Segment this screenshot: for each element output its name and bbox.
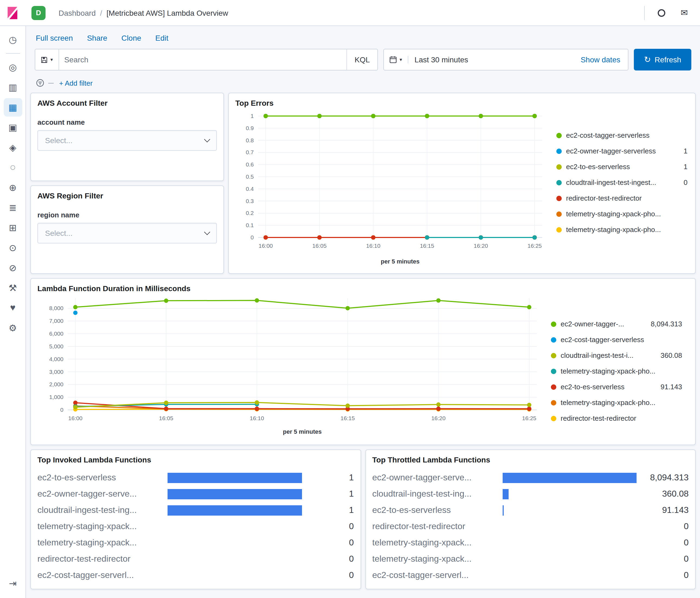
data-point[interactable] <box>436 407 441 411</box>
breadcrumb-dashboard-link[interactable]: Dashboard <box>58 8 96 17</box>
sidebar-item-maps[interactable]: ◈ <box>3 138 22 157</box>
legend-color-dot <box>551 416 556 421</box>
legend-item[interactable]: ec2-cost-tagger-serverless <box>556 131 688 139</box>
data-point[interactable] <box>532 114 537 118</box>
data-point[interactable] <box>255 298 259 302</box>
clone-link[interactable]: Clone <box>122 33 141 42</box>
sidebar-item-ingest[interactable]: ⊞ <box>3 219 22 237</box>
data-point[interactable] <box>255 400 259 405</box>
y-axis-label: 8,000 <box>49 305 64 311</box>
x-axis-label: 16:05 <box>159 415 174 421</box>
bar-fill[interactable] <box>502 505 504 515</box>
add-filter-link[interactable]: + Add filter <box>59 79 93 87</box>
sidebar-item-logs[interactable]: ≣ <box>3 198 22 217</box>
calendar-button[interactable]: ▾ <box>384 56 408 64</box>
legend-item[interactable]: telemetry-staging-xpack-pho... <box>551 367 682 375</box>
data-point[interactable] <box>371 235 375 240</box>
legend-item[interactable]: ec2-owner-tagger-serverless1 <box>556 147 688 155</box>
legend-item[interactable]: cloudtrail-ingest-test-i...360.08 <box>551 351 682 359</box>
sidebar-item-graph[interactable]: ⊕ <box>3 178 22 197</box>
filter-icon[interactable] <box>36 79 45 87</box>
data-point[interactable] <box>425 235 429 240</box>
bar-value: 91.143 <box>643 505 689 515</box>
search-input[interactable] <box>59 49 347 70</box>
time-range-button[interactable]: Last 30 minutes <box>408 55 475 64</box>
legend-item[interactable]: redirector-test-redirector <box>551 414 682 422</box>
show-dates-link[interactable]: Show dates <box>573 55 628 64</box>
data-point[interactable] <box>527 305 531 309</box>
bar-fill[interactable] <box>168 473 302 483</box>
sidebar-item-canvas[interactable]: ▣ <box>3 118 22 136</box>
data-point[interactable] <box>527 407 531 411</box>
account-name-select[interactable]: Select... <box>38 130 217 151</box>
bar-track <box>502 554 636 564</box>
edit-link[interactable]: Edit <box>155 33 168 42</box>
bar-track <box>168 473 302 483</box>
sidebar-item-security[interactable]: ⊘ <box>3 258 22 277</box>
x-axis-label: 16:10 <box>250 415 264 421</box>
collapse-menu-icon[interactable]: ⇥ <box>3 574 22 593</box>
sidebar-item-management[interactable]: ⚙ <box>3 319 22 337</box>
breadcrumb: Dashboard / [Metricbeat AWS] Lambda Over… <box>58 8 228 17</box>
data-point[interactable] <box>264 114 268 118</box>
space-badge[interactable]: D <box>31 6 46 20</box>
legend-item[interactable]: telemetry-staging-xpack-pho... <box>556 210 688 218</box>
newsfeed-button[interactable]: ✉ <box>675 3 694 22</box>
data-point[interactable] <box>73 401 78 405</box>
legend-item[interactable]: ec2-to-es-serverless91.143 <box>551 383 682 391</box>
sidebar-item-recently-viewed[interactable]: ◷ <box>3 30 22 49</box>
data-point[interactable] <box>164 407 168 411</box>
bar-fill[interactable] <box>502 489 508 499</box>
bar-value: 360.08 <box>643 489 689 499</box>
kql-button[interactable]: KQL <box>347 49 377 70</box>
sidebar-item-discover[interactable]: ◎ <box>3 58 22 76</box>
help-button[interactable] <box>652 3 671 22</box>
data-point[interactable] <box>345 306 350 310</box>
legend-item[interactable]: cloudtrail-ingest-test-ingest...0 <box>556 178 688 186</box>
sidebar-item-dev-tools[interactable]: ⚒ <box>3 279 22 297</box>
kibana-logo[interactable] <box>5 6 20 20</box>
legend-item[interactable]: redirector-test-redirector <box>556 194 688 202</box>
region-name-select[interactable]: Select... <box>38 223 217 244</box>
data-point[interactable] <box>479 114 483 118</box>
data-point[interactable] <box>164 401 168 405</box>
data-point[interactable] <box>255 407 259 411</box>
full-screen-link[interactable]: Full screen <box>36 33 73 42</box>
share-link[interactable]: Share <box>87 33 107 42</box>
refresh-button[interactable]: ↻ Refresh <box>634 49 691 71</box>
data-point[interactable] <box>425 114 429 118</box>
filter-glyph <box>36 79 45 87</box>
search-bar-row: ▾ KQL ▾ Last 30 minu <box>26 47 700 75</box>
data-point[interactable] <box>436 298 441 302</box>
data-point[interactable] <box>164 298 168 303</box>
legend-item[interactable]: ec2-to-es-serverless1 <box>556 163 688 171</box>
data-point[interactable] <box>479 235 483 240</box>
data-point[interactable] <box>73 305 78 309</box>
sidebar-item-uptime[interactable]: ⊙ <box>3 239 22 257</box>
data-point[interactable] <box>317 235 322 240</box>
legend-item[interactable]: telemetry-staging-xpack-pho... <box>551 398 682 407</box>
data-point[interactable] <box>264 235 268 240</box>
query-bar: ▾ KQL <box>35 49 378 71</box>
sidebar-item-machine-learning[interactable]: ◌ <box>3 158 22 177</box>
legend-item[interactable]: ec2-owner-tagger-...8,094.313 <box>551 320 682 328</box>
sidebar-item-dashboard[interactable]: ▦ <box>3 98 22 117</box>
data-point[interactable] <box>73 405 78 409</box>
data-point[interactable] <box>345 404 350 408</box>
sidebar-item-stack-monitoring[interactable]: ♥ <box>3 299 22 317</box>
data-point[interactable] <box>527 403 531 407</box>
legend-item[interactable]: telemetry-staging-xpack-pho... <box>556 226 688 234</box>
legend-item[interactable]: ec2-cost-tagger-serverless <box>551 335 682 344</box>
bar-value: 0 <box>643 522 689 531</box>
bar-fill[interactable] <box>502 473 636 483</box>
sidebar-item-visualize[interactable]: ▥ <box>3 78 22 97</box>
data-point[interactable] <box>317 114 322 118</box>
save-query-button[interactable]: ▾ <box>35 49 59 70</box>
bar-fill[interactable] <box>168 505 302 515</box>
data-point[interactable] <box>532 235 537 240</box>
bar-fill[interactable] <box>168 489 302 499</box>
data-point[interactable] <box>73 311 78 315</box>
data-point[interactable] <box>371 114 375 118</box>
data-point[interactable] <box>436 402 441 407</box>
bar-value: 1 <box>308 473 354 482</box>
